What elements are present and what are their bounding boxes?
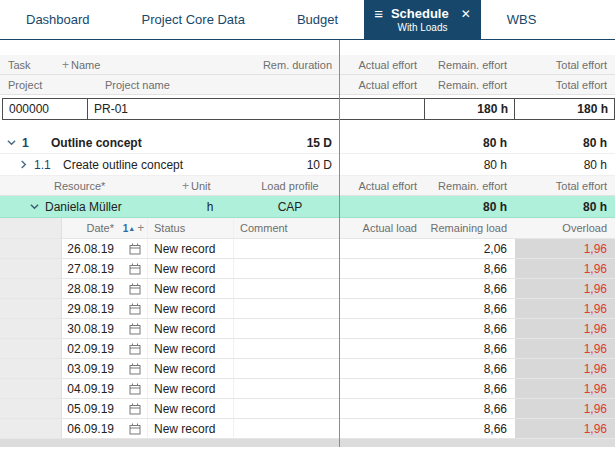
- remaining-load-cell[interactable]: 8,66: [425, 359, 515, 378]
- task-row: 1 Outline concept 15 D 80 h 80 h: [0, 132, 615, 154]
- col-remain-effort: Remain. effort: [425, 59, 515, 71]
- indent: [0, 239, 62, 258]
- tab-dashboard[interactable]: Dashboard: [0, 0, 116, 39]
- actual-load-cell[interactable]: [340, 419, 425, 438]
- project-actual-effort-field[interactable]: [339, 98, 425, 120]
- tab-budget[interactable]: Budget: [271, 0, 364, 39]
- add-resource-icon[interactable]: +: [180, 179, 191, 193]
- col-remain-effort: Remain. effort: [425, 180, 515, 192]
- status-cell: New record: [148, 259, 234, 278]
- actual-load-cell[interactable]: [340, 239, 425, 258]
- remaining-load-cell[interactable]: 8,66: [425, 419, 515, 438]
- calendar-icon[interactable]: [122, 299, 148, 318]
- project-id-field[interactable]: 000000: [2, 98, 88, 120]
- date-cell[interactable]: 04.09.19: [62, 379, 122, 398]
- remaining-load-cell[interactable]: 8,66: [425, 379, 515, 398]
- comment-cell[interactable]: [234, 239, 340, 258]
- status-cell: New record: [148, 279, 234, 298]
- calendar-icon[interactable]: [122, 259, 148, 278]
- spacer: [0, 40, 615, 55]
- remaining-load-cell[interactable]: 8,66: [425, 299, 515, 318]
- chevron-down-icon[interactable]: [5, 138, 17, 147]
- actual-load-cell[interactable]: [340, 299, 425, 318]
- calendar-icon[interactable]: [122, 399, 148, 418]
- status-cell: New record: [148, 419, 234, 438]
- calendar-icon[interactable]: [122, 319, 148, 338]
- comment-cell[interactable]: [234, 339, 340, 358]
- date-cell[interactable]: 26.08.19: [62, 239, 122, 258]
- date-cell[interactable]: 28.08.19: [62, 279, 122, 298]
- indent: [0, 339, 62, 358]
- calendar-icon[interactable]: [122, 279, 148, 298]
- actual-load-cell[interactable]: [340, 279, 425, 298]
- tab-schedule[interactable]: ≡ Schedule ✕ With Loads: [364, 0, 481, 39]
- date-cell[interactable]: 05.09.19: [62, 399, 122, 418]
- resource-name-link[interactable]: Daniela Müller: [45, 200, 122, 214]
- calendar-icon[interactable]: [122, 419, 148, 438]
- task-total-effort: 80 h: [515, 136, 615, 150]
- actual-load-cell[interactable]: [340, 359, 425, 378]
- project-remain-effort-field[interactable]: 180 h: [424, 98, 515, 120]
- task-name-link[interactable]: Create outline concept: [63, 158, 183, 172]
- load-row: 06.09.19 New record 8,66 1,96: [0, 419, 615, 439]
- date-cell[interactable]: 30.08.19: [62, 319, 122, 338]
- comment-cell[interactable]: [234, 259, 340, 278]
- col-status: Status: [148, 218, 234, 238]
- task-total-effort: 80 h: [515, 158, 615, 172]
- remaining-load-cell[interactable]: 8,66: [425, 319, 515, 338]
- project-total-effort-field[interactable]: 180 h: [514, 98, 615, 120]
- tab-wbs[interactable]: WBS: [481, 0, 563, 39]
- load-row: 28.08.19 New record 8,66 1,96: [0, 279, 615, 299]
- comment-cell[interactable]: [234, 399, 340, 418]
- project-name-field[interactable]: PR-01: [87, 98, 340, 120]
- chevron-right-icon[interactable]: [17, 160, 29, 169]
- date-cell[interactable]: 02.09.19: [62, 339, 122, 358]
- indent: [0, 379, 62, 398]
- actual-load-cell[interactable]: [340, 399, 425, 418]
- date-cell[interactable]: 06.09.19: [62, 419, 122, 438]
- task-row: 1.1 Create outline concept 10 D 80 h 80 …: [0, 154, 615, 176]
- comment-cell[interactable]: [234, 319, 340, 338]
- date-header-row: Date* 1▲+ Status Comment Actual load Rem…: [0, 218, 615, 239]
- calendar-icon[interactable]: [122, 239, 148, 258]
- date-cell[interactable]: 27.08.19: [62, 259, 122, 278]
- column-header-row: Task + Name Rem. duration Actual effort …: [0, 55, 615, 75]
- column-divider: [339, 40, 340, 447]
- col-total-effort: Total effort: [515, 79, 615, 91]
- tab-project-core-data[interactable]: Project Core Data: [116, 0, 271, 39]
- schedule-table: Task + Name Rem. duration Actual effort …: [0, 40, 615, 447]
- actual-load-cell[interactable]: [340, 339, 425, 358]
- add-date-icon[interactable]: +: [135, 221, 146, 235]
- task-name-link[interactable]: Outline concept: [51, 136, 142, 150]
- menu-icon[interactable]: ≡: [374, 6, 383, 21]
- chevron-down-icon[interactable]: [28, 202, 40, 211]
- actual-load-cell[interactable]: [340, 379, 425, 398]
- comment-cell[interactable]: [234, 279, 340, 298]
- task-remain-effort: 80 h: [425, 158, 515, 172]
- comment-cell[interactable]: [234, 379, 340, 398]
- remaining-load-cell[interactable]: 8,66: [425, 259, 515, 278]
- add-task-icon[interactable]: +: [60, 58, 71, 72]
- comment-cell[interactable]: [234, 419, 340, 438]
- comment-cell[interactable]: [234, 299, 340, 318]
- resource-load-profile: CAP: [240, 200, 340, 214]
- remaining-load-cell[interactable]: 8,66: [425, 339, 515, 358]
- sort-asc-icon[interactable]: ▲: [128, 225, 135, 232]
- actual-load-cell[interactable]: [340, 319, 425, 338]
- remaining-load-cell[interactable]: 8,66: [425, 399, 515, 418]
- calendar-icon[interactable]: [122, 339, 148, 358]
- remaining-load-cell[interactable]: 2,06: [425, 239, 515, 258]
- col-unit-label: Unit: [191, 180, 211, 192]
- col-task: Task: [0, 59, 60, 71]
- close-icon[interactable]: ✕: [461, 7, 471, 21]
- comment-cell[interactable]: [234, 359, 340, 378]
- remaining-load-cell[interactable]: 8,66: [425, 279, 515, 298]
- calendar-icon[interactable]: [122, 359, 148, 378]
- col-actual-effort: Actual effort: [340, 79, 425, 91]
- resource-row[interactable]: Daniela Müller h CAP 80 h 80 h: [0, 196, 615, 218]
- overload-cell: 1,96: [515, 319, 615, 338]
- calendar-icon[interactable]: [122, 379, 148, 398]
- actual-load-cell[interactable]: [340, 259, 425, 278]
- date-cell[interactable]: 29.08.19: [62, 299, 122, 318]
- date-cell[interactable]: 03.09.19: [62, 359, 122, 378]
